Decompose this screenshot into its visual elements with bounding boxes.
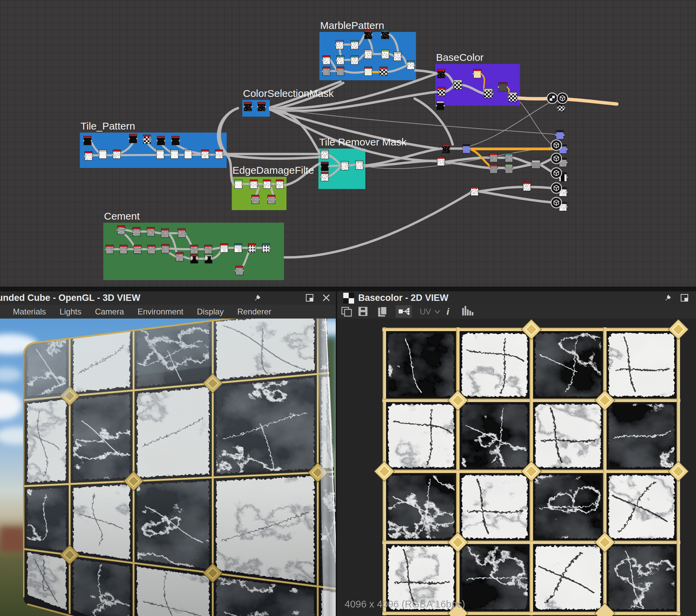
svg-text:ColorSelectionMask: ColorSelectionMask [243,88,334,99]
svg-text:Cement: Cement [104,211,140,222]
svg-text:EdgeDamageFilte: EdgeDamageFilte [233,165,314,176]
svg-text:i: i [446,306,449,317]
svg-text:4096 x 4096 (RGBA 16bpc): 4096 x 4096 (RGBA 16bpc) [345,599,465,610]
svg-text:Tile_Pattern: Tile_Pattern [81,120,135,132]
svg-text:MarblePattern: MarblePattern [320,20,384,31]
svg-text:Tile Remover Mask: Tile Remover Mask [319,136,407,148]
svg-text:UV: UV [420,307,431,316]
svg-text:BaseColor: BaseColor [436,52,484,63]
